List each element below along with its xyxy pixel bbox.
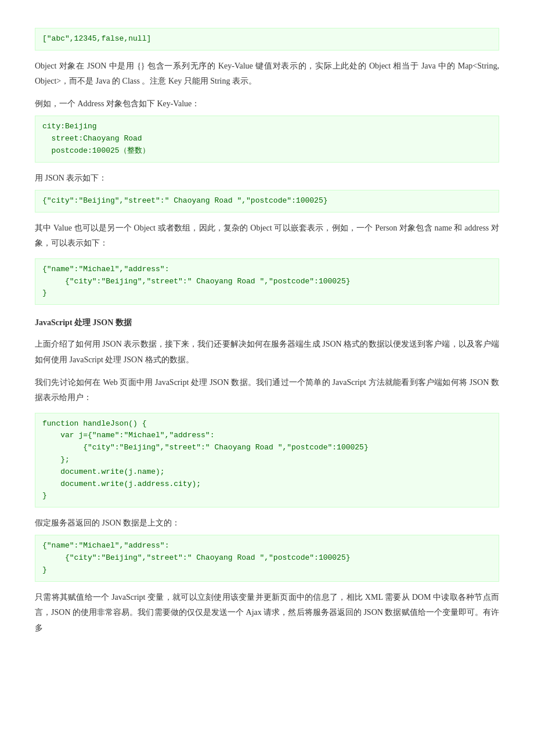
paragraph-1b: 例如，一个 Address 对象包含如下 Key-Value： xyxy=(35,96,499,111)
paragraph-2: 用 JSON 表示如下： xyxy=(35,171,499,185)
main-content: ["abc",12345,false,null] Object 对象在 JSON… xyxy=(35,28,499,636)
paragraph-1: Object 对象在 JSON 中是用 {} 包含一系列无序的 Key-Valu… xyxy=(35,59,499,89)
paragraph-6: 假定服务器返回的 JSON 数据是上文的： xyxy=(35,516,499,530)
code-block-6: {"name":"Michael","address": {"city":"Be… xyxy=(35,535,499,581)
code-block-4: {"name":"Michael","address": {"city":"Be… xyxy=(35,258,499,305)
code-block-2: city:Beijing street:Chaoyang Road postco… xyxy=(35,116,499,162)
paragraph-3: 其中 Value 也可以是另一个 Object 或者数组，因此，复杂的 Obje… xyxy=(35,221,499,251)
paragraph-7: 只需将其赋值给一个 JavaScript 变量，就可以立刻使用该变量并更新页面中… xyxy=(35,590,499,636)
paragraph-4: 上面介绍了如何用 JSON 表示数据，接下来，我们还要解决如何在服务器端生成 J… xyxy=(35,337,499,368)
paragraph-5: 我们先讨论如何在 Web 页面中用 JavaScript 处理 JSON 数据。… xyxy=(35,375,499,406)
code-block-3: {"city":"Beijing","street":" Chaoyang Ro… xyxy=(35,190,499,213)
section-title: JavaScript 处理 JSON 数据 xyxy=(35,315,499,330)
code-block-1: ["abc",12345,false,null] xyxy=(35,28,499,51)
code-block-5: function handleJson() { var j={"name":"M… xyxy=(35,413,499,508)
